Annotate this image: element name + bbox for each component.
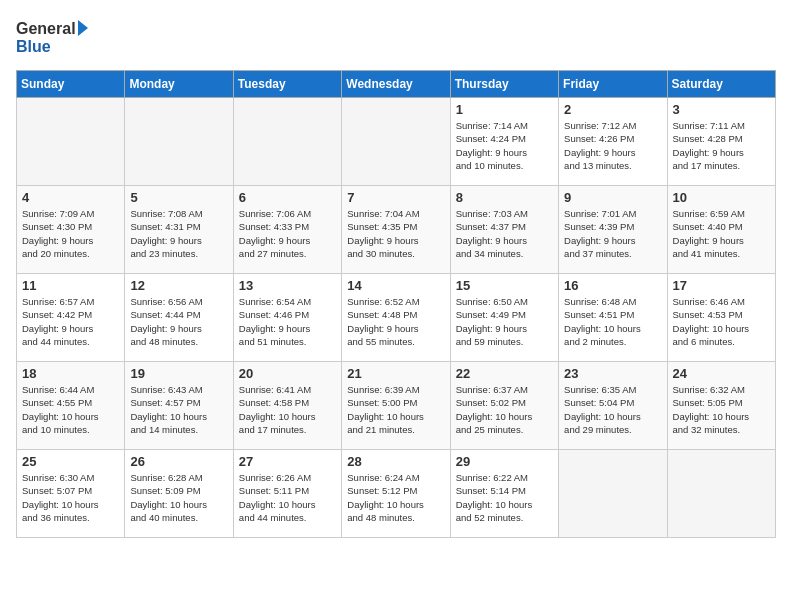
column-header-friday: Friday — [559, 71, 667, 98]
generalblue-logo-icon: GeneralBlue — [16, 16, 96, 60]
svg-marker-2 — [78, 20, 88, 36]
day-number: 16 — [564, 278, 661, 293]
day-number: 29 — [456, 454, 553, 469]
calendar-cell — [233, 98, 341, 186]
calendar-cell — [125, 98, 233, 186]
column-header-monday: Monday — [125, 71, 233, 98]
day-number: 3 — [673, 102, 770, 117]
day-info: Sunrise: 7:14 AM Sunset: 4:24 PM Dayligh… — [456, 119, 553, 172]
week-row-4: 18Sunrise: 6:44 AM Sunset: 4:55 PM Dayli… — [17, 362, 776, 450]
day-number: 12 — [130, 278, 227, 293]
day-info: Sunrise: 7:09 AM Sunset: 4:30 PM Dayligh… — [22, 207, 119, 260]
calendar-cell: 8Sunrise: 7:03 AM Sunset: 4:37 PM Daylig… — [450, 186, 558, 274]
day-info: Sunrise: 7:03 AM Sunset: 4:37 PM Dayligh… — [456, 207, 553, 260]
day-number: 6 — [239, 190, 336, 205]
day-number: 28 — [347, 454, 444, 469]
day-info: Sunrise: 7:11 AM Sunset: 4:28 PM Dayligh… — [673, 119, 770, 172]
calendar-cell: 26Sunrise: 6:28 AM Sunset: 5:09 PM Dayli… — [125, 450, 233, 538]
calendar-cell: 2Sunrise: 7:12 AM Sunset: 4:26 PM Daylig… — [559, 98, 667, 186]
calendar-cell: 17Sunrise: 6:46 AM Sunset: 4:53 PM Dayli… — [667, 274, 775, 362]
calendar-cell: 12Sunrise: 6:56 AM Sunset: 4:44 PM Dayli… — [125, 274, 233, 362]
calendar-table: SundayMondayTuesdayWednesdayThursdayFrid… — [16, 70, 776, 538]
calendar-cell: 24Sunrise: 6:32 AM Sunset: 5:05 PM Dayli… — [667, 362, 775, 450]
calendar-cell: 13Sunrise: 6:54 AM Sunset: 4:46 PM Dayli… — [233, 274, 341, 362]
week-row-3: 11Sunrise: 6:57 AM Sunset: 4:42 PM Dayli… — [17, 274, 776, 362]
day-info: Sunrise: 6:44 AM Sunset: 4:55 PM Dayligh… — [22, 383, 119, 436]
calendar-cell: 28Sunrise: 6:24 AM Sunset: 5:12 PM Dayli… — [342, 450, 450, 538]
calendar-cell: 27Sunrise: 6:26 AM Sunset: 5:11 PM Dayli… — [233, 450, 341, 538]
day-number: 7 — [347, 190, 444, 205]
day-info: Sunrise: 6:26 AM Sunset: 5:11 PM Dayligh… — [239, 471, 336, 524]
day-number: 20 — [239, 366, 336, 381]
svg-text:General: General — [16, 20, 76, 37]
day-number: 2 — [564, 102, 661, 117]
day-info: Sunrise: 6:24 AM Sunset: 5:12 PM Dayligh… — [347, 471, 444, 524]
day-number: 15 — [456, 278, 553, 293]
calendar-cell: 23Sunrise: 6:35 AM Sunset: 5:04 PM Dayli… — [559, 362, 667, 450]
day-number: 10 — [673, 190, 770, 205]
day-info: Sunrise: 6:39 AM Sunset: 5:00 PM Dayligh… — [347, 383, 444, 436]
calendar-cell: 15Sunrise: 6:50 AM Sunset: 4:49 PM Dayli… — [450, 274, 558, 362]
day-number: 17 — [673, 278, 770, 293]
calendar-cell — [559, 450, 667, 538]
page-header: GeneralBlue — [16, 16, 776, 60]
column-header-tuesday: Tuesday — [233, 71, 341, 98]
day-info: Sunrise: 6:37 AM Sunset: 5:02 PM Dayligh… — [456, 383, 553, 436]
calendar-cell: 25Sunrise: 6:30 AM Sunset: 5:07 PM Dayli… — [17, 450, 125, 538]
week-row-5: 25Sunrise: 6:30 AM Sunset: 5:07 PM Dayli… — [17, 450, 776, 538]
day-info: Sunrise: 6:43 AM Sunset: 4:57 PM Dayligh… — [130, 383, 227, 436]
day-info: Sunrise: 7:08 AM Sunset: 4:31 PM Dayligh… — [130, 207, 227, 260]
day-number: 25 — [22, 454, 119, 469]
calendar-cell: 29Sunrise: 6:22 AM Sunset: 5:14 PM Dayli… — [450, 450, 558, 538]
calendar-cell: 18Sunrise: 6:44 AM Sunset: 4:55 PM Dayli… — [17, 362, 125, 450]
calendar-cell: 16Sunrise: 6:48 AM Sunset: 4:51 PM Dayli… — [559, 274, 667, 362]
day-number: 13 — [239, 278, 336, 293]
day-number: 19 — [130, 366, 227, 381]
calendar-cell: 10Sunrise: 6:59 AM Sunset: 4:40 PM Dayli… — [667, 186, 775, 274]
day-info: Sunrise: 6:46 AM Sunset: 4:53 PM Dayligh… — [673, 295, 770, 348]
column-header-saturday: Saturday — [667, 71, 775, 98]
calendar-cell: 9Sunrise: 7:01 AM Sunset: 4:39 PM Daylig… — [559, 186, 667, 274]
day-info: Sunrise: 6:54 AM Sunset: 4:46 PM Dayligh… — [239, 295, 336, 348]
day-info: Sunrise: 7:04 AM Sunset: 4:35 PM Dayligh… — [347, 207, 444, 260]
week-row-2: 4Sunrise: 7:09 AM Sunset: 4:30 PM Daylig… — [17, 186, 776, 274]
day-info: Sunrise: 6:22 AM Sunset: 5:14 PM Dayligh… — [456, 471, 553, 524]
day-number: 23 — [564, 366, 661, 381]
day-number: 18 — [22, 366, 119, 381]
day-info: Sunrise: 7:06 AM Sunset: 4:33 PM Dayligh… — [239, 207, 336, 260]
day-info: Sunrise: 7:01 AM Sunset: 4:39 PM Dayligh… — [564, 207, 661, 260]
day-info: Sunrise: 6:41 AM Sunset: 4:58 PM Dayligh… — [239, 383, 336, 436]
calendar-cell: 19Sunrise: 6:43 AM Sunset: 4:57 PM Dayli… — [125, 362, 233, 450]
calendar-cell: 4Sunrise: 7:09 AM Sunset: 4:30 PM Daylig… — [17, 186, 125, 274]
day-number: 22 — [456, 366, 553, 381]
day-info: Sunrise: 6:59 AM Sunset: 4:40 PM Dayligh… — [673, 207, 770, 260]
calendar-cell: 6Sunrise: 7:06 AM Sunset: 4:33 PM Daylig… — [233, 186, 341, 274]
day-info: Sunrise: 6:28 AM Sunset: 5:09 PM Dayligh… — [130, 471, 227, 524]
day-number: 11 — [22, 278, 119, 293]
calendar-cell: 7Sunrise: 7:04 AM Sunset: 4:35 PM Daylig… — [342, 186, 450, 274]
day-number: 27 — [239, 454, 336, 469]
header-row: SundayMondayTuesdayWednesdayThursdayFrid… — [17, 71, 776, 98]
column-header-thursday: Thursday — [450, 71, 558, 98]
day-number: 24 — [673, 366, 770, 381]
calendar-cell: 3Sunrise: 7:11 AM Sunset: 4:28 PM Daylig… — [667, 98, 775, 186]
day-info: Sunrise: 6:32 AM Sunset: 5:05 PM Dayligh… — [673, 383, 770, 436]
day-info: Sunrise: 6:30 AM Sunset: 5:07 PM Dayligh… — [22, 471, 119, 524]
column-header-sunday: Sunday — [17, 71, 125, 98]
day-number: 8 — [456, 190, 553, 205]
day-info: Sunrise: 6:57 AM Sunset: 4:42 PM Dayligh… — [22, 295, 119, 348]
week-row-1: 1Sunrise: 7:14 AM Sunset: 4:24 PM Daylig… — [17, 98, 776, 186]
day-number: 1 — [456, 102, 553, 117]
column-header-wednesday: Wednesday — [342, 71, 450, 98]
day-info: Sunrise: 6:50 AM Sunset: 4:49 PM Dayligh… — [456, 295, 553, 348]
svg-text:Blue: Blue — [16, 38, 51, 55]
calendar-cell: 20Sunrise: 6:41 AM Sunset: 4:58 PM Dayli… — [233, 362, 341, 450]
day-number: 9 — [564, 190, 661, 205]
calendar-cell: 11Sunrise: 6:57 AM Sunset: 4:42 PM Dayli… — [17, 274, 125, 362]
day-info: Sunrise: 7:12 AM Sunset: 4:26 PM Dayligh… — [564, 119, 661, 172]
logo-area: GeneralBlue — [16, 16, 96, 60]
calendar-cell: 1Sunrise: 7:14 AM Sunset: 4:24 PM Daylig… — [450, 98, 558, 186]
calendar-cell: 21Sunrise: 6:39 AM Sunset: 5:00 PM Dayli… — [342, 362, 450, 450]
day-number: 5 — [130, 190, 227, 205]
calendar-cell — [342, 98, 450, 186]
